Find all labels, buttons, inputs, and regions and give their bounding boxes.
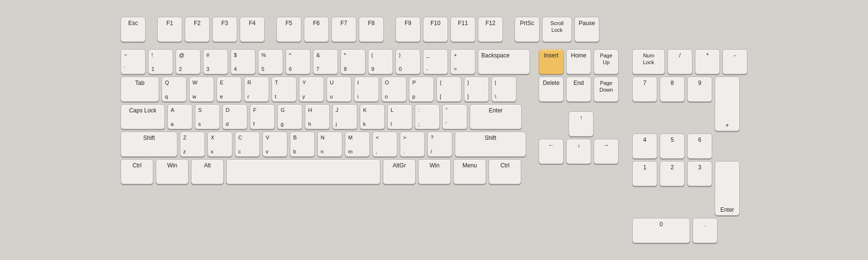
key-delete[interactable]: Delete — [539, 77, 564, 102]
key-f10[interactable]: F10 — [423, 17, 448, 42]
key-backtick[interactable]: ~ ` — [121, 49, 146, 74]
key-c[interactable]: Cc — [235, 132, 260, 157]
key-f11[interactable]: F11 — [450, 17, 475, 42]
key-end[interactable]: End — [566, 77, 591, 102]
key-v[interactable]: Vv — [262, 132, 287, 157]
key-capslock[interactable]: Caps Lock — [121, 104, 165, 129]
key-slash[interactable]: ?/ — [427, 132, 452, 157]
key-esc[interactable]: Esc — [121, 17, 146, 42]
key-0[interactable]: ) 0 — [395, 49, 420, 74]
key-num-enter[interactable]: Enter — [715, 161, 740, 216]
key-rbracket[interactable]: }] — [464, 77, 489, 102]
key-alt-left[interactable]: Alt — [191, 159, 224, 184]
key-ctrl-right[interactable]: Ctrl — [488, 159, 521, 184]
key-3[interactable]: # 3 — [203, 49, 228, 74]
key-f8[interactable]: F8 — [359, 17, 384, 42]
key-y[interactable]: Yy — [299, 77, 324, 102]
key-f6[interactable]: F6 — [304, 17, 329, 42]
key-w[interactable]: Ww — [189, 77, 214, 102]
key-prtsc[interactable]: PrtSc — [515, 17, 540, 42]
key-f5[interactable]: F5 — [276, 17, 301, 42]
key-7[interactable]: & 7 — [313, 49, 338, 74]
key-num7[interactable]: 7 — [632, 77, 657, 102]
key-j[interactable]: Jj — [332, 104, 357, 129]
key-pageup[interactable]: PageUp — [594, 49, 619, 74]
key-k[interactable]: Kk — [360, 104, 385, 129]
key-period[interactable]: >. — [400, 132, 425, 157]
key-h[interactable]: Hh — [305, 104, 330, 129]
key-num-plus[interactable]: + — [715, 77, 740, 131]
key-f1[interactable]: F1 — [157, 17, 182, 42]
key-e[interactable]: Ee — [217, 77, 242, 102]
key-lbracket[interactable]: {[ — [436, 77, 461, 102]
key-r[interactable]: Rr — [244, 77, 269, 102]
key-space[interactable] — [226, 159, 380, 184]
key-f2[interactable]: F2 — [185, 17, 210, 42]
key-backspace[interactable]: Backspace — [478, 49, 530, 74]
key-8[interactable]: * 8 — [340, 49, 366, 74]
key-f7[interactable]: F7 — [331, 17, 356, 42]
key-pause[interactable]: Pause — [574, 17, 599, 42]
key-num9[interactable]: 9 — [687, 77, 712, 102]
key-minus[interactable]: _ - — [423, 49, 448, 74]
key-s[interactable]: Ss — [195, 104, 220, 129]
key-altgr[interactable]: AltGr — [383, 159, 416, 184]
key-menu[interactable]: Menu — [453, 159, 486, 184]
key-q[interactable]: Qq — [162, 77, 187, 102]
key-num5[interactable]: 5 — [660, 134, 685, 159]
key-num6[interactable]: 6 — [687, 134, 712, 159]
key-num3[interactable]: 3 — [687, 161, 712, 186]
key-f[interactable]: Ff — [250, 104, 275, 129]
key-9[interactable]: ( 9 — [368, 49, 393, 74]
key-1[interactable]: ! 1 — [148, 49, 173, 74]
key-backslash[interactable]: |\ — [491, 77, 516, 102]
key-l[interactable]: Ll — [387, 104, 412, 129]
key-i[interactable]: Ii — [354, 77, 379, 102]
key-equals[interactable]: + = — [450, 49, 475, 74]
key-pagedown[interactable]: PageDown — [594, 77, 619, 102]
key-d[interactable]: Dd — [222, 104, 247, 129]
key-down[interactable]: ↓ — [566, 139, 591, 164]
key-g[interactable]: Gg — [277, 104, 302, 129]
key-enter[interactable]: Enter — [470, 104, 522, 129]
key-left[interactable]: ← — [539, 139, 564, 164]
key-2[interactable]: @ 2 — [176, 49, 201, 74]
key-p[interactable]: Pp — [409, 77, 434, 102]
key-f12[interactable]: F12 — [478, 17, 503, 42]
key-6[interactable]: ^ 6 — [285, 49, 311, 74]
key-semicolon[interactable]: :; — [415, 104, 440, 129]
key-num8[interactable]: 8 — [660, 77, 685, 102]
key-o[interactable]: Oo — [381, 77, 407, 102]
key-quote[interactable]: "' — [442, 104, 467, 129]
key-z[interactable]: Zz — [180, 132, 205, 157]
key-scrolllock[interactable]: ScrollLock — [542, 17, 572, 42]
key-win-left[interactable]: Win — [156, 159, 189, 184]
key-b[interactable]: Bb — [290, 132, 315, 157]
key-ctrl-left[interactable]: Ctrl — [121, 159, 153, 184]
key-win-right[interactable]: Win — [418, 159, 451, 184]
key-num0[interactable]: 0 — [632, 218, 690, 243]
key-u[interactable]: Uu — [326, 77, 352, 102]
key-f3[interactable]: F3 — [212, 17, 237, 42]
key-num2[interactable]: 2 — [660, 161, 685, 186]
key-t[interactable]: Tt — [271, 77, 297, 102]
key-tab[interactable]: Tab — [121, 77, 159, 102]
key-insert[interactable]: Insert — [539, 49, 564, 74]
key-right[interactable]: → — [594, 139, 619, 164]
key-home[interactable]: Home — [566, 49, 591, 74]
key-m[interactable]: Mm — [345, 132, 370, 157]
key-f9[interactable]: F9 — [395, 17, 420, 42]
key-n[interactable]: Nn — [317, 132, 342, 157]
key-num4[interactable]: 4 — [632, 134, 657, 159]
key-num-minus[interactable]: - — [722, 49, 747, 74]
key-num-asterisk[interactable]: * — [695, 49, 720, 74]
key-a[interactable]: Aa — [167, 104, 192, 129]
key-num-slash[interactable]: / — [667, 49, 692, 74]
key-f4[interactable]: F4 — [240, 17, 265, 42]
key-shift-left[interactable]: Shift — [121, 132, 177, 157]
key-numlock[interactable]: NumLock — [632, 49, 665, 74]
key-shift-right[interactable]: Shift — [455, 132, 526, 157]
key-up[interactable]: ↑ — [569, 111, 594, 137]
key-5[interactable]: % 5 — [258, 49, 283, 74]
key-num-dot[interactable]: . — [692, 218, 718, 243]
